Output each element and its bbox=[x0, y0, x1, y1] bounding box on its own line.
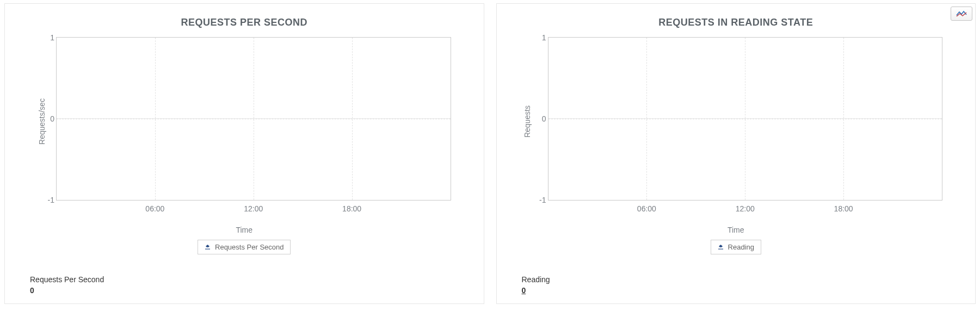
legend-label: Requests Per Second bbox=[215, 243, 283, 251]
stat-label: Requests Per Second bbox=[30, 275, 478, 284]
gridline-v bbox=[155, 38, 156, 200]
x-axis-label: Time bbox=[10, 226, 478, 234]
legend-swatch-icon bbox=[718, 244, 724, 250]
panel-title: REQUESTS PER SECOND bbox=[10, 17, 478, 28]
chart-icon bbox=[956, 10, 967, 17]
gridline-v bbox=[843, 38, 844, 200]
stat-block: Reading 0 bbox=[522, 275, 970, 295]
y-axis-label: Requests bbox=[522, 105, 531, 137]
gridline-v bbox=[254, 38, 254, 200]
gridline-v bbox=[646, 38, 647, 200]
y-tick: 1 bbox=[542, 33, 546, 42]
y-tick: 0 bbox=[50, 114, 54, 123]
gridline-v bbox=[352, 38, 353, 200]
x-tick: 12:00 bbox=[736, 204, 755, 213]
legend: Requests Per Second bbox=[10, 240, 478, 254]
y-tick: 0 bbox=[542, 114, 546, 123]
chart-area: Requests 1 0 -1 06:00 12:00 18:00 bbox=[535, 32, 943, 211]
stat-block: Requests Per Second 0 bbox=[30, 275, 478, 295]
panel-requests-per-second: REQUESTS PER SECOND Requests/sec 1 0 -1 … bbox=[4, 3, 484, 304]
svg-rect-0 bbox=[205, 249, 210, 250]
legend: Reading bbox=[502, 240, 970, 254]
gridline-v bbox=[745, 38, 745, 200]
y-tick: 1 bbox=[50, 33, 54, 42]
svg-rect-1 bbox=[718, 249, 723, 250]
plot-area[interactable]: 1 0 -1 06:00 12:00 18:00 bbox=[56, 37, 451, 201]
x-tick: 12:00 bbox=[244, 204, 263, 213]
chart-toolbar bbox=[951, 7, 972, 21]
panel-requests-reading-state: REQUESTS IN READING STATE Requests 1 0 -… bbox=[496, 3, 976, 304]
y-tick: -1 bbox=[48, 196, 54, 204]
legend-swatch-icon bbox=[205, 244, 211, 250]
x-tick: 06:00 bbox=[145, 204, 164, 213]
y-axis-label: Requests/sec bbox=[38, 99, 46, 145]
chart-options-button[interactable] bbox=[951, 7, 972, 21]
legend-item[interactable]: Reading bbox=[711, 240, 761, 254]
chart-area: Requests/sec 1 0 -1 06:00 12:00 18:00 bbox=[43, 32, 451, 211]
legend-item[interactable]: Requests Per Second bbox=[198, 240, 291, 254]
x-tick: 18:00 bbox=[834, 204, 853, 213]
stat-value: 0 bbox=[30, 286, 478, 295]
x-axis-label: Time bbox=[502, 226, 970, 234]
x-tick: 18:00 bbox=[342, 204, 361, 213]
x-tick: 06:00 bbox=[637, 204, 656, 213]
dashboard: REQUESTS PER SECOND Requests/sec 1 0 -1 … bbox=[0, 0, 980, 307]
stat-value[interactable]: 0 bbox=[522, 286, 970, 295]
panel-title: REQUESTS IN READING STATE bbox=[502, 17, 970, 28]
y-tick: -1 bbox=[539, 196, 546, 204]
plot-area[interactable]: 1 0 -1 06:00 12:00 18:00 bbox=[548, 37, 943, 201]
legend-label: Reading bbox=[728, 243, 754, 251]
stat-label: Reading bbox=[522, 275, 970, 284]
